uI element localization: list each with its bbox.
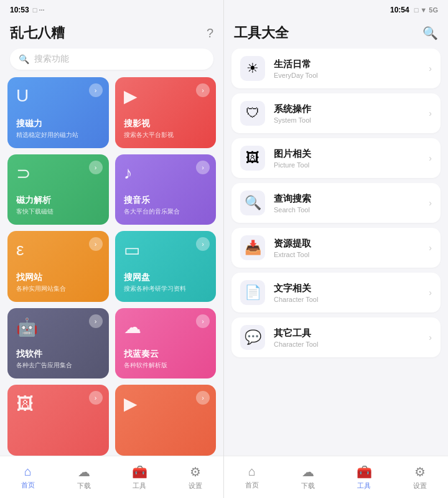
tool-item-system[interactable]: 🛡 系统操作 System Tool › <box>231 93 441 133</box>
tool-text-system: 系统操作 System Tool <box>274 103 420 124</box>
nav-left-工具[interactable]: 🧰 工具 <box>112 456 168 498</box>
tool-text-other: 其它工具 Character Tool <box>274 327 420 348</box>
tool-chevron-character: › <box>429 288 432 298</box>
grid-card-card-9[interactable]: › 🖼 <box>7 385 109 456</box>
search-placeholder-text: 搜索功能 <box>34 54 69 65</box>
grid-card-card-6[interactable]: › ▭ 搜网盘 搜索各种考研学习资料 <box>115 231 217 302</box>
grid-card-card-2[interactable]: › ▶ 搜影视 搜索各大平台影视 <box>115 77 217 148</box>
tool-name-extract: 资源提取 <box>274 238 420 250</box>
card-subtitle-card-4: 各大平台的音乐聚合 <box>124 207 208 216</box>
tool-item-character[interactable]: 📄 文字相关 Character Tool › <box>231 273 441 312</box>
search-icon-right[interactable]: 🔍 <box>422 26 438 40</box>
tool-list: ☀ 生活日常 EveryDay Tool › 🛡 系统操作 System Too… <box>224 49 448 456</box>
nav-icon-right-0: ⌂ <box>248 464 256 479</box>
card-chevron-card-6: › <box>196 237 210 251</box>
card-chevron-card-10: › <box>196 391 210 405</box>
tool-icon-extract: 📥 <box>240 235 265 260</box>
card-icon-card-3: ⊃ <box>16 163 100 184</box>
tool-item-other[interactable]: 💬 其它工具 Character Tool › <box>231 317 441 357</box>
card-title-card-1: 搜磁力 <box>16 118 100 129</box>
card-icon-card-10: ▶ <box>124 393 208 414</box>
card-title-card-5: 找网站 <box>16 272 100 283</box>
tool-item-search[interactable]: 🔍 查询搜索 Search Tool › <box>231 183 441 223</box>
nav-icon-left-2: 🧰 <box>132 464 147 479</box>
search-icon: 🔍 <box>19 54 29 64</box>
right-page-title: 工具大全 <box>234 24 289 42</box>
card-chevron-card-1: › <box>89 83 103 97</box>
card-icon-card-6: ▭ <box>124 240 208 260</box>
nav-label-left-1: 下载 <box>77 481 91 491</box>
time-right: 10:54 <box>390 6 409 14</box>
grid-card-card-1[interactable]: › U 搜磁力 精选稳定好用的磁力站 <box>7 77 109 148</box>
grid-card-card-3[interactable]: › ⊃ 磁力解析 客快下载磁链 <box>7 154 109 225</box>
nav-left-下载[interactable]: ☁ 下载 <box>56 456 112 498</box>
tool-subtitle-picture: Picture Tool <box>274 161 420 169</box>
card-subtitle-card-3: 客快下载磁链 <box>16 207 100 216</box>
search-bar[interactable]: 🔍 搜索功能 <box>10 49 213 70</box>
nav-left-首页[interactable]: ⌂ 首页 <box>0 456 56 498</box>
nav-icon-right-1: ☁ <box>302 464 314 479</box>
card-chevron-card-7: › <box>89 314 103 328</box>
nav-label-left-0: 首页 <box>21 481 35 490</box>
status-bar-left: 10:53 □ ··· <box>0 0 223 20</box>
nav-right-首页[interactable]: ⌂ 首页 <box>224 456 280 498</box>
right-panel: 10:54 □ ▼ 5G 工具大全 🔍 ☀ 生活日常 EveryDay Tool… <box>224 0 448 498</box>
card-title-card-3: 磁力解析 <box>16 195 100 206</box>
card-title-card-6: 搜网盘 <box>124 272 208 283</box>
tool-icon-search: 🔍 <box>240 190 265 215</box>
card-subtitle-card-5: 各种实用网站集合 <box>16 284 100 293</box>
card-icon-card-9: 🖼 <box>16 393 100 414</box>
nav-label-left-2: 工具 <box>133 481 146 491</box>
nav-label-right-2: 工具 <box>357 481 371 491</box>
tool-name-search: 查询搜索 <box>274 193 420 205</box>
card-chevron-card-8: › <box>196 314 210 328</box>
card-chevron-card-4: › <box>196 161 210 174</box>
card-chevron-card-9: › <box>89 391 103 405</box>
nav-right-设置[interactable]: ⚙ 设置 <box>392 456 448 498</box>
tool-subtitle-extract: Extract Tool <box>274 251 420 258</box>
card-subtitle-card-7: 各种去广告应用集合 <box>16 361 100 370</box>
tool-subtitle-other: Character Tool <box>274 341 420 348</box>
tool-item-extract[interactable]: 📥 资源提取 Extract Tool › <box>231 228 441 268</box>
tool-item-picture[interactable]: 🖼 图片相关 Picture Tool › <box>231 138 441 178</box>
tool-chevron-picture: › <box>429 153 432 163</box>
status-icons-right: □ ▼ 5G <box>414 6 438 14</box>
tool-chevron-extract: › <box>429 243 432 253</box>
card-icon-card-4: ♪ <box>124 163 208 183</box>
grid-card-card-8[interactable]: › ☁ 找蓝奏云 各种软件解析版 <box>115 308 217 379</box>
nav-label-right-1: 下载 <box>301 481 315 491</box>
tool-name-system: 系统操作 <box>274 103 420 115</box>
nav-icon-left-3: ⚙ <box>190 464 201 479</box>
tool-text-character: 文字相关 Character Tool <box>274 283 420 303</box>
card-icon-card-8: ☁ <box>124 317 208 337</box>
tool-icon-character: 📄 <box>240 280 265 305</box>
card-title-card-4: 搜音乐 <box>124 195 208 206</box>
tool-name-other: 其它工具 <box>274 327 420 339</box>
nav-right-下载[interactable]: ☁ 下载 <box>280 456 336 498</box>
tool-text-everyday: 生活日常 EveryDay Tool <box>274 59 420 79</box>
tool-item-everyday[interactable]: ☀ 生活日常 EveryDay Tool › <box>231 49 441 88</box>
tool-chevron-other: › <box>429 332 432 342</box>
tool-subtitle-character: Character Tool <box>274 296 420 303</box>
card-icon-card-2: ▶ <box>124 86 208 106</box>
question-mark[interactable]: ? <box>207 26 213 40</box>
tool-subtitle-search: Search Tool <box>274 206 420 214</box>
grid-card-card-7[interactable]: › 🤖 找软件 各种去广告应用集合 <box>7 308 109 379</box>
card-icon-card-7: 🤖 <box>16 317 100 337</box>
grid-card-card-5[interactable]: › ε 找网站 各种实用网站集合 <box>7 231 109 302</box>
status-icons-left: □ ··· <box>33 6 45 14</box>
bottom-nav-left: ⌂ 首页 ☁ 下载 🧰 工具 ⚙ 设置 <box>0 456 223 498</box>
card-title-card-7: 找软件 <box>16 349 100 360</box>
nav-label-right-0: 首页 <box>245 481 259 490</box>
nav-icon-left-0: ⌂ <box>24 464 32 479</box>
card-icon-card-1: U <box>16 86 100 106</box>
grid-card-card-10[interactable]: › ▶ <box>115 385 217 456</box>
card-chevron-card-5: › <box>89 237 103 251</box>
tool-text-picture: 图片相关 Picture Tool <box>274 148 420 169</box>
bottom-nav-right: ⌂ 首页 ☁ 下载 🧰 工具 ⚙ 设置 <box>224 456 448 498</box>
nav-left-设置[interactable]: ⚙ 设置 <box>167 456 223 498</box>
tool-chevron-search: › <box>429 198 432 208</box>
tool-icon-system: 🛡 <box>240 101 265 126</box>
grid-card-card-4[interactable]: › ♪ 搜音乐 各大平台的音乐聚合 <box>115 154 217 225</box>
nav-right-工具[interactable]: 🧰 工具 <box>336 456 392 498</box>
